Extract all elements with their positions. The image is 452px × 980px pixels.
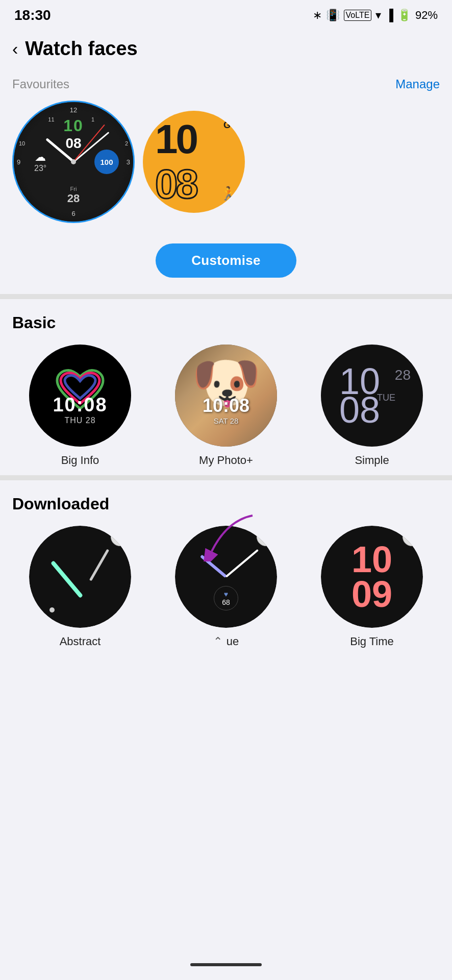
favourites-label: Favourites [12,77,69,91]
my-photo-date: SAT 28 [203,416,249,425]
big-info-time: 10:08 THU 28 [53,394,107,425]
wifi-icon: ▾ [375,9,381,22]
simple-thumb: 10 08 TUE 28 [321,345,423,447]
orange-minute: 08 [155,164,196,205]
basic-watch-grid: 10:08 THU 28 Big Info 10:08 SAT 28 My Ph… [12,345,440,467]
analogue-label: ue [227,635,239,648]
battery-percent: 92% [415,9,438,22]
active-watch-face[interactable]: 12 3 6 9 1 11 2 4 8 10 10 08 [12,101,135,223]
purple-arrow [202,510,263,564]
date-number: 28 [67,192,80,205]
complication-value: 68 [222,598,230,606]
abstract-delete-button[interactable]: ✕ [111,528,129,546]
up-icon: ⌃ [213,635,222,648]
cloud-icon: ☁ [35,151,46,164]
battery-icon: 🔋 [397,9,411,22]
bottom-spacer [0,656,452,697]
simple-date-info: TUE 28 [395,367,411,383]
watch-dial: 12 3 6 9 1 11 2 4 8 10 10 08 [14,102,133,222]
day-label: Fri [67,186,80,192]
back-button[interactable]: ‹ [12,39,18,59]
steps-value: 100 [100,158,113,166]
dial-num-11: 11 [48,116,54,122]
big-time-thumb: 10 09 ✕ [321,526,423,628]
basic-section: Basic [0,299,452,475]
weather-complication: ☁ 23° [34,151,46,173]
header: ‹ Watch faces [0,29,452,65]
watch-item-big-time[interactable]: 10 09 ✕ Big Time [304,526,440,648]
abstract-dot [49,607,55,612]
analogue-label-row: ⌃ ue [213,635,239,648]
dial-num-12: 12 [70,106,77,114]
home-indicator[interactable] [190,963,262,966]
watch-item-simple[interactable]: 10 08 TUE 28 Simple [304,345,440,467]
dial-num-3: 3 [127,158,130,166]
section-divider-2 [0,475,452,480]
temperature: 23° [34,164,46,173]
big-info-label: Big Info [61,454,99,467]
dial-num-4: 4 [125,189,128,195]
orange-runner-icon: 🏃 [220,186,237,202]
big-info-thumb: 10:08 THU 28 [29,345,131,447]
watch-hour: 10 [63,116,84,135]
big-info-bg: 10:08 THU 28 [29,345,131,447]
date-complication: Fri 28 [67,186,80,205]
favourites-header: Favourites Manage [12,77,440,91]
simple-bg: 10 08 TUE 28 [321,345,423,447]
bluetooth-icon: ∗ [313,9,322,22]
downloaded-section: Downloaded ✕ [0,480,452,656]
basic-section-title: Basic [12,313,440,332]
dial-num-9: 9 [17,158,20,166]
customise-button-wrapper: Customise [0,235,452,294]
watch-item-big-info[interactable]: 10:08 THU 28 Big Info [12,345,148,467]
dial-num-2: 2 [125,140,128,146]
big-time-delete-button[interactable]: ✕ [403,528,421,546]
simple-minute: 08 [339,391,380,428]
my-photo-label: My Photo+ [199,454,253,467]
status-icons: ∗ 📳 VoLTE ▾ ▐ 🔋 92% [313,9,438,22]
dial-num-10: 10 [19,140,25,146]
watch-item-abstract[interactable]: ✕ Abstract [12,526,148,648]
vibrate-icon: 📳 [326,9,340,22]
watch-face-carousel: 12 3 6 9 1 11 2 4 8 10 10 08 [12,101,440,235]
status-time: 18:30 [14,7,51,23]
big-time-label: Big Time [350,635,394,648]
abstract-line-2 [89,549,109,581]
dial-num-8: 8 [19,189,22,195]
customise-button[interactable]: Customise [156,243,296,278]
abstract-label: Abstract [60,635,101,648]
big-info-date: THU 28 [53,416,107,425]
orange-watch-face[interactable]: 10 08 GO 🏃 [143,111,245,213]
watch-minute: 08 [63,135,84,152]
page-title: Watch faces [25,38,137,60]
my-photo-bg: 10:08 SAT 28 [175,345,277,447]
section-divider-1 [0,294,452,299]
orange-go-label: GO [223,120,238,131]
simple-date-num: 28 [395,367,411,383]
abstract-line-1 [51,560,83,598]
abstract-thumb: ✕ [29,526,131,628]
my-photo-thumb: 10:08 SAT 28 [175,345,277,447]
big-time-minute: 09 [351,576,392,612]
center-dot [71,159,76,164]
orange-hour: 10 [155,119,196,160]
big-info-clock: 10:08 [53,394,107,416]
dial-num-6: 6 [71,210,75,217]
my-photo-time: 10:08 SAT 28 [203,395,249,425]
manage-button[interactable]: Manage [395,77,440,91]
my-photo-clock: 10:08 [203,395,249,416]
dial-num-1: 1 [91,116,94,122]
bottom-navigation-bar [0,949,452,980]
big-time-hour: 10 [351,541,392,578]
signal-icon: ▐ [385,9,393,22]
volte-icon: VoLTE [344,10,372,21]
simple-label: Simple [355,454,389,467]
status-bar: 18:30 ∗ 📳 VoLTE ▾ ▐ 🔋 92% [0,0,452,29]
heart-icon: ♥ [224,590,228,598]
watch-time-display: 10 08 [63,116,84,152]
analogue-complication: ♥ 68 [214,586,238,610]
simple-day: TUE [377,393,395,403]
favourites-section: Favourites Manage 12 3 6 9 1 11 2 4 8 10… [0,65,452,235]
watch-item-my-photo[interactable]: 10:08 SAT 28 My Photo+ [158,345,294,467]
steps-complication: 100 [94,150,119,174]
